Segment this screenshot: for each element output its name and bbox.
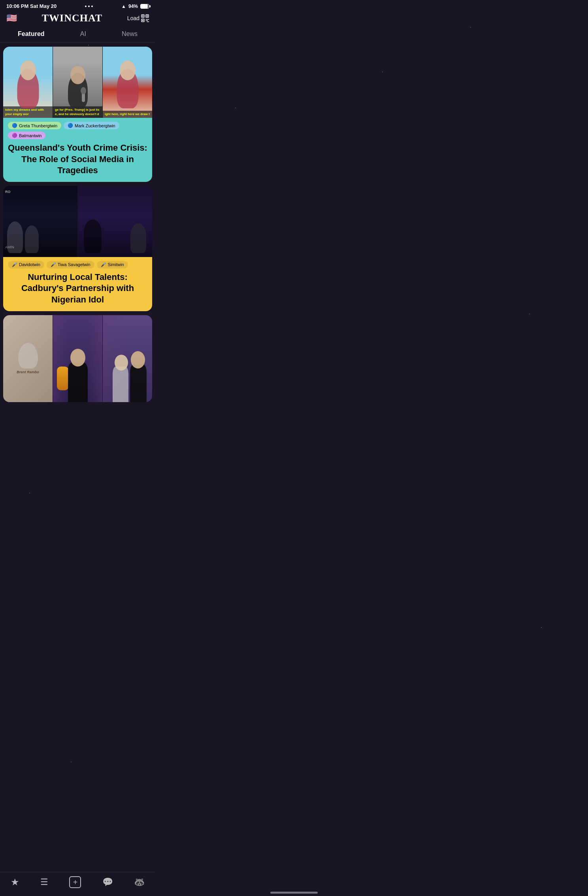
svg-rect-3 bbox=[147, 15, 148, 17]
tag-batman[interactable]: 🟣 Batmantwin bbox=[8, 132, 45, 139]
svg-rect-12 bbox=[148, 21, 149, 22]
navigation-tabs: Featured AI News bbox=[0, 27, 155, 43]
card2-title: Nurturing Local Talents: Cadbury's Partn… bbox=[8, 272, 147, 306]
card1-image-2: ge for [Pres. Trump] is just lis e, and … bbox=[53, 47, 102, 118]
tag-simi-icon: 🎤 bbox=[101, 262, 106, 267]
tag-zuckerberg-icon: 🔵 bbox=[68, 123, 73, 128]
card2-info: 🎤 Davidotwin 🎤 Tiwa Savagetwin 🎤 Simitwi… bbox=[3, 257, 152, 311]
status-center-dots bbox=[85, 6, 93, 7]
svg-rect-6 bbox=[146, 19, 147, 20]
subtitle1: tolen my dreams and with your empty wor bbox=[5, 108, 51, 116]
card2-images: RO AMIN bbox=[3, 186, 152, 257]
tag-greta-icon: 🔵 bbox=[12, 123, 17, 128]
card-nigerian-idol: RO AMIN Load TwinCode Twincodes are shar… bbox=[3, 186, 152, 311]
tag-tiwa[interactable]: 🎤 Tiwa Savagetwin bbox=[47, 261, 94, 268]
card3-images: Brent Rambo bbox=[3, 315, 152, 402]
tag-tiwa-icon: 🎤 bbox=[51, 262, 56, 267]
card-queensland: tolen my dreams and with your empty wor … bbox=[3, 47, 152, 182]
card3-image-3 bbox=[103, 315, 152, 402]
subtitle3: ight here, right here we draw t bbox=[105, 112, 150, 116]
card3-image-2 bbox=[53, 315, 102, 402]
tag-greta[interactable]: 🔵 Greta Thunbergtwin bbox=[8, 122, 61, 129]
wifi-icon: ▲ bbox=[121, 4, 126, 9]
card2-image-2 bbox=[78, 186, 152, 257]
qr-code-icon bbox=[141, 14, 149, 22]
svg-rect-9 bbox=[146, 20, 147, 21]
status-time: 10:06 PM Sat May 20 bbox=[6, 3, 57, 9]
tag-davido-icon: 🎤 bbox=[12, 262, 17, 267]
tag-simi[interactable]: 🎤 Simitwin bbox=[97, 261, 128, 268]
card2-image-1: RO AMIN bbox=[3, 186, 77, 257]
card2-tags: 🎤 Davidotwin 🎤 Tiwa Savagetwin 🎤 Simitwi… bbox=[8, 261, 147, 268]
header: 🇺🇸 TwinChat Load bbox=[0, 11, 155, 27]
subtitle2: ge for [Pres. Trump] is just lis e, and … bbox=[55, 108, 100, 116]
tag-batman-icon: 🟣 bbox=[12, 133, 17, 138]
app-logo: TwinChat bbox=[42, 12, 102, 24]
load-twincode-button[interactable]: Load bbox=[127, 14, 149, 22]
card1-tags: 🔵 Greta Thunbergtwin 🔵 Mark Zuckerbergtw… bbox=[8, 122, 147, 139]
load-label: Load bbox=[127, 15, 139, 21]
svg-rect-7 bbox=[147, 19, 148, 20]
status-right: ▲ 94% bbox=[121, 4, 149, 9]
tab-ai[interactable]: AI bbox=[74, 29, 92, 39]
card3-image-1: Brent Rambo bbox=[3, 315, 53, 402]
status-bar: 10:06 PM Sat May 20 ▲ 94% bbox=[0, 0, 155, 11]
svg-rect-8 bbox=[148, 19, 149, 20]
svg-rect-11 bbox=[147, 21, 148, 22]
tab-featured[interactable]: Featured bbox=[11, 29, 51, 39]
svg-rect-1 bbox=[142, 15, 143, 17]
card-elon: Brent Rambo bbox=[3, 315, 152, 402]
tab-news[interactable]: News bbox=[115, 29, 144, 39]
battery-icon bbox=[140, 4, 149, 9]
card1-info: 🔵 Greta Thunbergtwin 🔵 Mark Zuckerbergtw… bbox=[3, 118, 152, 182]
card1-images: tolen my dreams and with your empty wor … bbox=[3, 47, 152, 118]
flag-icon: 🇺🇸 bbox=[6, 13, 17, 23]
card1-image-3: ight here, right here we draw t bbox=[103, 47, 152, 118]
tag-davido[interactable]: 🎤 Davidotwin bbox=[8, 261, 44, 268]
battery-percent: 94% bbox=[128, 4, 138, 9]
svg-rect-10 bbox=[147, 20, 148, 21]
tag-zuckerberg[interactable]: 🔵 Mark Zuckerbergtwin bbox=[64, 122, 119, 129]
svg-rect-5 bbox=[142, 20, 143, 21]
card1-title: Queensland's Youth Crime Crisis: The Rol… bbox=[8, 142, 147, 176]
card1-image-1: tolen my dreams and with your empty wor bbox=[3, 47, 53, 118]
